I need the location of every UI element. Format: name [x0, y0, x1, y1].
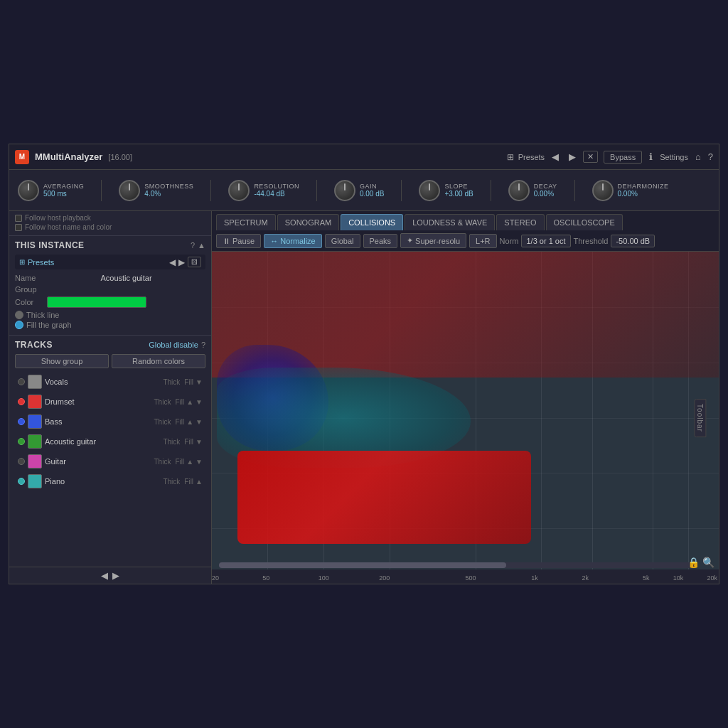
track-guitar-name: Guitar	[45, 457, 151, 466]
track-guitar-down-btn[interactable]: ▼	[196, 458, 203, 466]
tracks-buttons: Show group Random colors	[15, 354, 205, 368]
lr-btn[interactable]: L+R	[469, 234, 497, 248]
tab-loudness-wave[interactable]: LOUDNESS & WAVE	[405, 214, 495, 230]
freq-10k: 10k	[673, 574, 684, 582]
follow-host-name-row: Follow host name and color	[15, 223, 205, 231]
track-piano-up-btn[interactable]: ▲	[196, 478, 203, 486]
peaks-btn[interactable]: Peaks	[363, 234, 398, 248]
viz-area[interactable]: 20 50 100 200 500 1k 2k 5k 10k 20k	[212, 252, 719, 584]
presets-grid-icon: ⊞	[19, 258, 25, 266]
track-vocals-options: Thick Fill ▼	[163, 378, 203, 386]
smoothness-value: 4.0%	[144, 190, 193, 198]
info-btn[interactable]: ℹ	[649, 151, 653, 162]
track-acoustic-guitar-enable[interactable]	[18, 438, 25, 445]
color-swatch[interactable]	[47, 296, 146, 308]
name-field-value[interactable]: Acoustic guitar	[47, 274, 205, 282]
track-acoustic-guitar-color[interactable]	[28, 434, 42, 449]
norm-value[interactable]: 1/3 or 1 oct	[521, 235, 570, 247]
track-drumset-down-btn[interactable]: ▼	[196, 398, 203, 406]
track-piano-options: Thick Fill ▲	[163, 478, 203, 486]
tab-oscilloscope[interactable]: OSCILLOSCOPE	[546, 214, 623, 230]
track-bass-up-btn[interactable]: ▲	[186, 418, 193, 426]
normalize-label: Normalize	[280, 237, 316, 245]
instance-preset-prev-btn[interactable]: ◀	[169, 257, 176, 267]
averaging-knob[interactable]	[18, 180, 39, 201]
freq-scroll-bar[interactable]	[219, 562, 697, 568]
tab-stereo[interactable]: STEREO	[496, 214, 544, 230]
instance-preset-dice-btn[interactable]: ⚄	[188, 257, 201, 267]
track-bass-color[interactable]	[28, 414, 42, 429]
presets-close-btn[interactable]: ✕	[583, 151, 598, 163]
fill-graph-checkbox[interactable]	[15, 321, 23, 329]
threshold-value[interactable]: -50.00 dB	[611, 235, 655, 247]
track-drumset-up-btn[interactable]: ▲	[186, 398, 193, 406]
plugin-window: M MMultiAnalyzer [16.00] ⊞ Presets ◀ ▶ ✕…	[9, 144, 719, 584]
help-btn[interactable]: ?	[708, 151, 713, 162]
presets-next-btn[interactable]: ▶	[566, 150, 579, 164]
panel-right-btn[interactable]: ▶	[112, 570, 119, 581]
home-btn[interactable]: ⌂	[695, 151, 701, 162]
decay-label: DECAY	[534, 183, 557, 190]
track-piano-enable[interactable]	[18, 478, 25, 485]
track-vocals-color[interactable]	[28, 375, 42, 389]
track-bass-enable[interactable]	[18, 418, 25, 425]
pause-btn[interactable]: ⏸ Pause	[216, 234, 261, 248]
main-area: Follow host playback Follow host name an…	[9, 211, 719, 584]
smoothness-knob[interactable]	[119, 180, 140, 201]
track-drumset-color[interactable]	[28, 395, 42, 409]
gain-knob[interactable]	[334, 180, 355, 201]
left-panel-footer: ◀ ▶	[9, 567, 211, 584]
decay-knob[interactable]	[508, 180, 530, 201]
track-guitar-enable[interactable]	[18, 458, 25, 465]
zoom-in-btn[interactable]: 🔍	[702, 557, 714, 568]
track-guitar-thick: Thick	[154, 458, 171, 466]
averaging-value: 500 ms	[43, 190, 84, 198]
super-resolu-btn[interactable]: ✦ Super-resolu	[400, 233, 466, 248]
top-bar: M MMultiAnalyzer [16.00] ⊞ Presets ◀ ▶ ✕…	[9, 144, 719, 170]
lock-btn[interactable]: 🔒	[687, 557, 700, 568]
track-guitar-color[interactable]	[28, 454, 42, 469]
group-field-label: Group	[15, 285, 47, 294]
track-vocals-down-btn[interactable]: ▼	[196, 378, 203, 386]
super-resolu-label: Super-resolu	[415, 237, 460, 245]
deharmonize-label: DEHARMONIZE	[618, 183, 669, 190]
tab-sonogram[interactable]: SONOGRAM	[277, 214, 339, 230]
track-guitar-up-btn[interactable]: ▲	[186, 458, 193, 466]
slope-knob[interactable]	[419, 180, 440, 201]
track-drumset-enable[interactable]	[18, 398, 25, 405]
resolution-knob[interactable]	[228, 180, 250, 201]
instance-preset-next-btn[interactable]: ▶	[178, 257, 185, 267]
thick-line-checkbox[interactable]	[15, 311, 23, 319]
track-vocals-enable[interactable]	[18, 378, 25, 385]
random-colors-btn[interactable]: Random colors	[112, 354, 205, 368]
host-checks: Follow host playback Follow host name an…	[9, 211, 211, 236]
show-group-btn[interactable]: Show group	[15, 354, 109, 368]
global-btn[interactable]: Global	[325, 234, 360, 248]
track-item-drumset: Drumset Thick Fill ▲ ▼	[15, 392, 205, 411]
bypass-btn[interactable]: Bypass	[604, 151, 642, 164]
global-disable-btn[interactable]: Global disable	[149, 341, 198, 349]
deharmonize-knob[interactable]	[592, 180, 614, 201]
tab-collisions[interactable]: COLLISIONS	[341, 214, 403, 230]
right-panel: SPECTRUM SONOGRAM COLLISIONS LOUDNESS & …	[212, 211, 719, 584]
track-item-acoustic-guitar: Acoustic guitar Thick Fill ▼	[15, 432, 205, 451]
follow-host-playback-checkbox[interactable]	[15, 215, 22, 222]
track-piano-color[interactable]	[28, 474, 42, 488]
slope-knob-group: SLOPE +3.00 dB	[419, 180, 473, 201]
smoothness-label: SMOOTHNESS	[144, 183, 193, 190]
tab-spectrum[interactable]: SPECTRUM	[216, 214, 276, 230]
settings-btn[interactable]: Settings	[660, 153, 688, 161]
panel-left-btn[interactable]: ◀	[101, 570, 108, 581]
track-bass-down-btn[interactable]: ▼	[196, 418, 203, 426]
normalize-btn[interactable]: ↔ Normalize	[264, 234, 322, 248]
presets-prev-btn[interactable]: ◀	[549, 150, 562, 164]
track-acoustic-guitar-down-btn[interactable]: ▼	[196, 438, 203, 446]
instance-help-btn[interactable]: ?	[191, 241, 195, 250]
instance-collapse-btn[interactable]: ▲	[198, 241, 205, 250]
freq-scroll-thumb[interactable]	[219, 562, 506, 568]
follow-host-playback-row: Follow host playback	[15, 214, 205, 222]
follow-host-name-checkbox[interactable]	[15, 224, 22, 231]
knob-row: AVERAGING 500 ms SMOOTHNESS 4.0% RESOLUT…	[9, 170, 719, 211]
track-bass-fill: Fill	[175, 418, 184, 426]
freq-1k: 1k	[531, 574, 538, 582]
